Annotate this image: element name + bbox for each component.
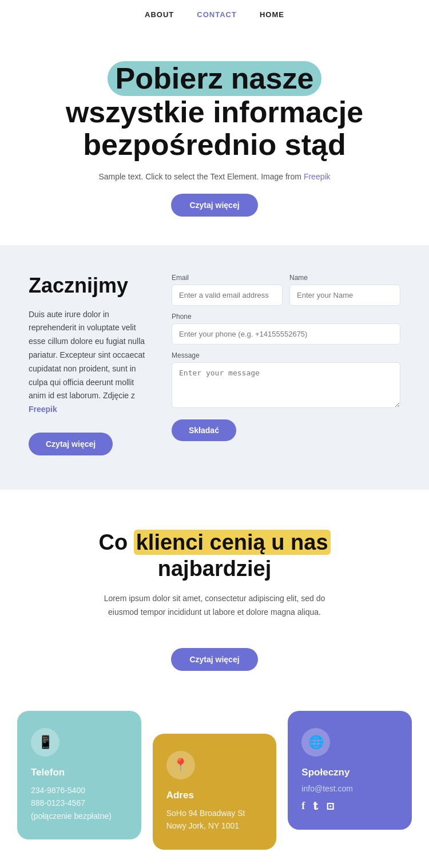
twitter-icon[interactable]: 𝕥 <box>313 800 317 813</box>
hero-read-more-button[interactable]: Czytaj więcej <box>171 194 257 217</box>
clients-heading-highlight: klienci cenią u nas <box>134 530 331 555</box>
submit-button[interactable]: Składać <box>172 419 236 441</box>
form-phone-group: Phone <box>172 313 400 345</box>
phone-input[interactable] <box>172 323 400 345</box>
card-social: 🌐 Społeczny info@test.com f 𝕥 ⊡ <box>288 711 412 830</box>
hero-section: Pobierz nasze wszystkie informacje bezpo… <box>0 27 429 245</box>
social-icons: f 𝕥 ⊡ <box>301 800 398 813</box>
contact-heading: Zacznijmy <box>29 274 149 298</box>
contact-left: Zacznijmy Duis aute irure dolor in repre… <box>29 274 149 455</box>
globe-icon: 🌐 <box>301 728 330 757</box>
phone-label: Phone <box>172 313 400 321</box>
clients-heading: Co klienci cenią u nas najbardziej <box>46 530 383 582</box>
clients-paragraph: Lorem ipsum dolor sit amet, consectetur … <box>94 592 335 619</box>
cards-row: 📱 Telefon 234-9876-5400888-0123-4567 (po… <box>0 694 429 868</box>
hero-subtext: Sample text. Click to select the Text El… <box>46 172 383 181</box>
contact-section: Zacznijmy Duis aute irure dolor in repre… <box>0 245 429 490</box>
hero-heading-rest: wszystkie informacje bezpośrednio stąd <box>66 95 363 161</box>
name-label: Name <box>289 274 400 282</box>
nav-home[interactable]: HOME <box>260 10 284 19</box>
hero-heading-highlight: Pobierz nasze <box>108 61 322 96</box>
email-label: Email <box>172 274 283 282</box>
nav-contact[interactable]: CONTACT <box>197 10 237 19</box>
contact-paragraph: Duis aute irure dolor in reprehenderit i… <box>29 308 149 417</box>
message-label: Message <box>172 351 400 359</box>
card-phone: 📱 Telefon 234-9876-5400888-0123-4567 (po… <box>17 711 141 839</box>
name-input[interactable] <box>289 285 400 306</box>
card-social-title: Społeczny <box>301 767 398 778</box>
contact-form: Email Name Phone Message Składać <box>172 274 400 441</box>
card-phone-lines: 234-9876-5400888-0123-4567 (połączenie b… <box>31 784 128 822</box>
hero-heading: Pobierz nasze wszystkie informacje bezpo… <box>46 61 383 162</box>
card-phone-title: Telefon <box>31 767 128 778</box>
form-email-group: Email <box>172 274 283 306</box>
phone-icon: 📱 <box>31 728 59 757</box>
location-icon: 📍 <box>166 751 195 779</box>
clients-read-more-button[interactable]: Czytaj więcej <box>171 648 257 671</box>
hero-freepik-link[interactable]: Freepik <box>304 172 331 181</box>
form-message-group: Message <box>172 351 400 408</box>
form-name-group: Name <box>289 274 400 306</box>
message-input[interactable] <box>172 362 400 408</box>
email-input[interactable] <box>172 285 283 306</box>
facebook-icon[interactable]: f <box>301 800 305 813</box>
card-address: 📍 Adres SoHo 94 Broadway St Nowy Jork, N… <box>153 734 277 850</box>
form-email-name-row: Email Name <box>172 274 400 306</box>
card-email-link[interactable]: info@test.com <box>301 784 398 793</box>
instagram-icon[interactable]: ⊡ <box>326 800 335 813</box>
nav-about[interactable]: ABOUT <box>145 10 174 19</box>
card-address-title: Adres <box>166 790 263 801</box>
contact-read-more-button[interactable]: Czytaj więcej <box>29 433 113 455</box>
clients-section: Co klienci cenią u nas najbardziej Lorem… <box>0 490 429 694</box>
navigation: ABOUT CONTACT HOME <box>0 0 429 27</box>
contact-freepik-link[interactable]: Freepik <box>29 405 57 414</box>
card-address-lines: SoHo 94 Broadway St Nowy Jork, NY 1001 <box>166 807 263 833</box>
